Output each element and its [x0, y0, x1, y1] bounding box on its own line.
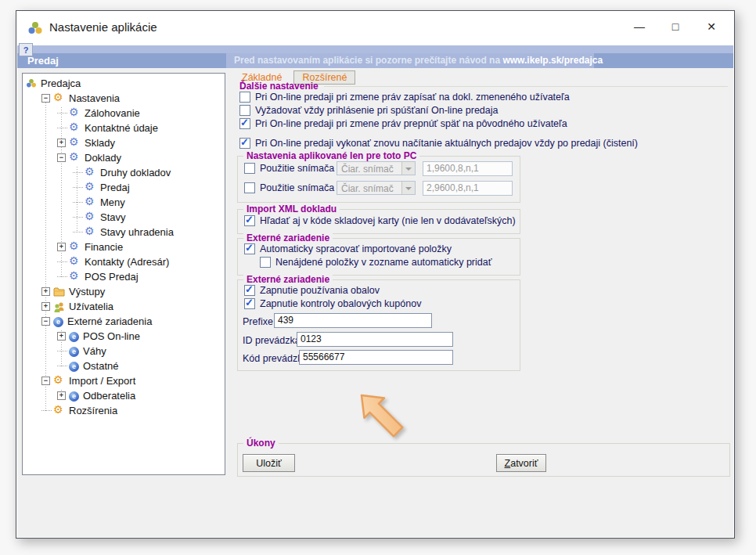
maximize-button[interactable]: □ [657, 14, 693, 39]
expand-icon[interactable]: + [41, 287, 50, 296]
tree-item-label: Zálohovanie [84, 107, 140, 119]
tree-connector [57, 276, 67, 277]
checkbox-checked-icon[interactable] [244, 243, 255, 254]
checkbox-label: Automaticky spracovať importované položk… [260, 243, 452, 254]
tree-item-meny[interactable]: Meny [23, 195, 225, 210]
checkbox-prepnut-spat[interactable]: Pri On-line predaji pri zmene práv prepn… [239, 118, 567, 129]
id-prevadzka-field[interactable]: 0123 [297, 332, 453, 347]
tree-item-uzivatelia[interactable]: + Užívatelia [23, 299, 225, 314]
checkbox-nacitanie-predajov[interactable]: Pri On-line predaji vykonať znovu načíta… [239, 138, 638, 149]
close-button[interactable]: ✕ [693, 14, 729, 39]
scanner2-type-select[interactable]: Čiar. snímač [337, 181, 416, 195]
tree-item-vystupy[interactable]: + Výstupy [23, 284, 225, 299]
window-title: Nastavenie aplikácie [49, 20, 157, 34]
checkbox-label: Zapnutie kontroly obalových kupónov [260, 298, 421, 309]
checkbox-label: Pri On-line predaji pri zmene práv zapís… [255, 92, 570, 103]
gear-blue-icon [85, 226, 96, 238]
device-e-icon [69, 362, 79, 372]
gear-blue-icon [69, 256, 81, 268]
tree-item-import-export[interactable]: − Import / Export [23, 373, 225, 388]
kod-prevadzky-field[interactable]: 55566677 [299, 350, 453, 365]
group-title: Externé zariadenie [243, 232, 333, 243]
selected-option: Čiar. snímač [341, 183, 394, 194]
tree-item-sklady[interactable]: + Sklady [23, 135, 225, 150]
checkbox-nenajdene-polozky[interactable]: Nenájdené položky v zozname automaticky … [260, 257, 491, 268]
chevron-down-icon[interactable] [401, 182, 415, 194]
tree-item-stavy-uhradenia[interactable]: Stavy uhradenia [23, 225, 225, 240]
tree-item-label: Externé zariadenia [67, 315, 152, 327]
tree-item-druhy-dokladov[interactable]: Druhy dokladov [23, 165, 225, 180]
tree-item-predajca[interactable]: Predajca [23, 76, 225, 91]
tree-item-zalohovanie[interactable]: Zálohovanie [23, 106, 225, 121]
checkbox-icon[interactable] [239, 105, 250, 116]
tree-item-doklady[interactable]: − Doklady [23, 150, 225, 165]
checkbox-checked-icon[interactable] [239, 118, 250, 129]
gear-blue-icon [69, 137, 81, 149]
tree-item-financie[interactable]: + Financie [23, 240, 225, 254]
scanner-params-field[interactable]: 1,9600,8,n,1 [423, 161, 513, 176]
checkbox-label: Nenájdené položky v zozname automaticky … [275, 257, 491, 268]
tree-item-kontaktne-udaje[interactable]: Kontaktné údaje [23, 121, 225, 135]
collapse-icon[interactable]: − [57, 153, 66, 162]
prefixe-field[interactable]: 439 [274, 313, 432, 328]
tree-item-predaj[interactable]: Predaj [23, 180, 225, 195]
checkbox-kontrola-kuponov[interactable]: Zapnutie kontroly obalových kupónov [244, 298, 421, 309]
notice-link[interactable]: www.ikelp.sk/predajca [502, 55, 603, 66]
checkbox-icon[interactable] [244, 182, 255, 193]
checkbox-label: Vyžadovať vždy prihlásenie pri spúšťaní … [255, 105, 498, 116]
chevron-down-icon[interactable] [401, 162, 415, 175]
tree-item-label: Odberatelia [82, 390, 135, 402]
minimize-button[interactable]: — [621, 14, 657, 39]
tree-item-label: Meny [99, 196, 125, 208]
expand-icon[interactable]: + [57, 139, 66, 147]
app-logo-icon [26, 78, 37, 88]
tree-item-ostatne[interactable]: Ostatné [23, 359, 225, 373]
tree-item-pos-predaj[interactable]: POS Predaj [23, 269, 225, 284]
close-dialog-button[interactable]: Zatvoriť [496, 454, 546, 472]
tree-item-kontakty-adresar[interactable]: Kontakty (Adresár) [23, 254, 225, 269]
tree-item-pos-online[interactable]: + POS On-line [23, 329, 225, 344]
checkbox-icon[interactable] [260, 257, 271, 268]
device-e-icon [69, 391, 79, 402]
checkbox-checked-icon[interactable] [244, 215, 255, 226]
checkbox-checked-icon[interactable] [244, 298, 255, 309]
checkbox-vyzadovat-prihlasenie[interactable]: Vyžadovať vždy prihlásenie pri spúšťaní … [239, 105, 498, 116]
checkbox-icon[interactable] [239, 92, 250, 103]
checkbox-automaticky-spracovat[interactable]: Automaticky spracovať importované položk… [244, 243, 452, 254]
main-content: Predajca − Nastavenia Zálohovanie Kontak… [17, 68, 733, 537]
expand-icon[interactable]: + [57, 332, 66, 341]
collapse-icon[interactable]: − [41, 317, 50, 326]
checkbox-checked-icon[interactable] [239, 138, 250, 149]
save-button[interactable]: Uložiť [243, 454, 295, 472]
tree-connector [57, 113, 67, 114]
scanner-type-select[interactable]: Čiar. snímač [337, 161, 416, 175]
expand-icon[interactable]: + [57, 243, 66, 251]
checkbox-hladat-v-kode[interactable]: Hľadať aj v kóde skladovej karty (nie le… [244, 215, 516, 226]
tree-item-rozsirenia[interactable]: Rozšírenia [23, 403, 225, 418]
group-pc-settings: Nastavenia aplikované len pre toto PC Po… [237, 156, 520, 203]
tree-item-odberatelia[interactable]: + Odberatelia [23, 388, 225, 403]
group-externe-zariadenie-2: Externé zariadenie Zapnutie používania o… [237, 279, 520, 371]
group-title: Nastavenia aplikované len pre toto PC [243, 150, 419, 161]
group-externe-zariadenie-1: Externé zariadenie Automaticky spracovať… [237, 238, 520, 276]
gear-orange-icon [53, 92, 65, 104]
save-button-label: Uložiť [256, 458, 281, 469]
collapse-icon[interactable]: − [41, 94, 50, 103]
gear-blue-icon [69, 152, 81, 164]
checkbox-zapisat-na-dokl[interactable]: Pri On-line predaji pri zmene práv zapís… [239, 92, 570, 103]
tree-item-externe-zariadenia[interactable]: − Externé zariadenia [23, 314, 225, 329]
expand-icon[interactable]: + [57, 391, 66, 400]
tree-item-vahy[interactable]: Váhy [23, 344, 225, 359]
checkbox-checked-icon[interactable] [244, 285, 255, 296]
collapse-icon[interactable]: − [41, 377, 50, 385]
checkbox-pouzitie-snimaca-2[interactable]: Použitie snímača 2 [244, 182, 343, 193]
checkbox-zapnutie-obalov[interactable]: Zapnutie používania obalov [244, 285, 380, 296]
expand-icon[interactable]: + [41, 302, 50, 311]
tree-item-nastavenia[interactable]: − Nastavenia [23, 91, 225, 106]
tree-item-stavy[interactable]: Stavy [23, 210, 225, 225]
checkbox-pouzitie-snimaca[interactable]: Použitie snímača [244, 163, 334, 174]
close-button-label: atvoriť [510, 458, 538, 469]
checkbox-icon[interactable] [244, 163, 255, 174]
help-button[interactable]: ? [19, 43, 33, 56]
scanner2-params-field[interactable]: 2,9600,8,n,1 [423, 181, 513, 196]
